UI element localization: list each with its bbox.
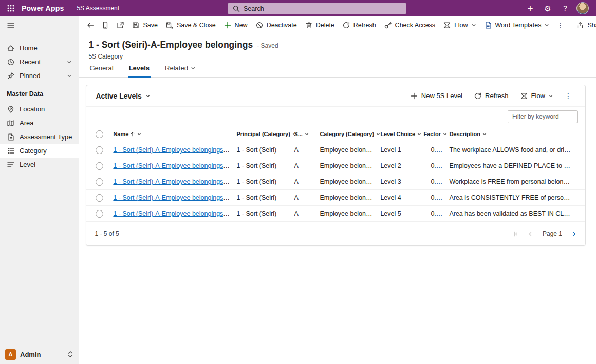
grid-flow-button[interactable]: Flow: [516, 89, 557, 103]
table-body: 1 - Sort (Seiri)-A-Employee belongings -…: [86, 142, 585, 222]
account-label: Admin: [20, 351, 41, 358]
first-page-button[interactable]: [513, 230, 520, 238]
sidebar-item-category[interactable]: Category: [0, 144, 79, 158]
new-5s-level-button[interactable]: New 5S Level: [406, 89, 467, 103]
sidebar-item-recent[interactable]: Recent: [0, 55, 79, 69]
save-and-close-button[interactable]: Save & Close: [162, 18, 219, 32]
first-page-icon: [513, 230, 520, 238]
flow-button[interactable]: Flow: [439, 18, 479, 32]
grid-footer: 1 - 5 of 5 Page 1: [86, 222, 585, 245]
record-link[interactable]: 1 - Sort (Seiri)-A-Employee belongings -…: [113, 194, 236, 201]
levels-grid: Name Principal (Category) S...: [86, 126, 585, 222]
tab-levels[interactable]: Levels: [128, 64, 151, 78]
column-header-category[interactable]: Category (Category): [320, 131, 380, 137]
table-header-row: Name Principal (Category) S...: [86, 126, 585, 142]
page-title: 1 - Sort (Seiri)-A-Employee belongings: [88, 39, 253, 51]
cell-level-choice: Level 5: [380, 210, 423, 217]
save-button[interactable]: Save: [128, 18, 161, 32]
column-label: S...: [294, 131, 303, 137]
table-row[interactable]: 1 - Sort (Seiri)-A-Employee belongings -…: [86, 174, 585, 189]
row-select-cell: [95, 178, 113, 186]
row-checkbox[interactable]: [96, 162, 103, 170]
deactivate-button[interactable]: Deactivate: [252, 18, 301, 32]
record-link[interactable]: 1 - Sort (Seiri)-A-Employee belongings -…: [113, 178, 236, 185]
help-button[interactable]: ?: [557, 0, 573, 16]
column-header-factor[interactable]: Factor: [423, 131, 449, 137]
previous-page-button[interactable]: [528, 230, 535, 238]
record-link[interactable]: 1 - Sort (Seiri)-A-Employee belongings -…: [113, 210, 236, 217]
quick-create-button[interactable]: +: [522, 0, 538, 16]
environment-name[interactable]: 5S Assessment: [77, 5, 119, 12]
column-header-name[interactable]: Name: [113, 131, 236, 137]
row-checkbox[interactable]: [96, 210, 103, 218]
refresh-icon: [474, 92, 482, 100]
app-launcher-button[interactable]: [0, 0, 22, 16]
entity-name: 5S Category: [88, 53, 587, 60]
record-link[interactable]: 1 - Sort (Seiri)-A-Employee belongings -…: [113, 146, 236, 154]
cell-factor: 0.20: [423, 178, 449, 185]
share-button[interactable]: Share: [572, 18, 596, 32]
sidebar-item-home[interactable]: Home: [0, 41, 79, 55]
flow-label: Flow: [454, 22, 468, 29]
column-label: Level Choice: [380, 131, 415, 137]
cell-level-choice: Level 1: [380, 146, 423, 154]
tab-related[interactable]: Related: [164, 64, 197, 78]
tab-label: General: [89, 64, 113, 72]
sitemap-toggle-button[interactable]: [0, 16, 79, 35]
back-arrow-icon: [86, 21, 95, 29]
global-search-button[interactable]: Search: [228, 3, 406, 14]
sidebar-item-area[interactable]: Area: [0, 116, 79, 130]
check-access-button[interactable]: Check Access: [380, 18, 439, 32]
cell-principal: 1 - Sort (Seiri): [236, 162, 294, 169]
sidebar-item-pinned[interactable]: Pinned: [0, 69, 79, 83]
sidebar-item-assessment-type[interactable]: Assessment Type: [0, 130, 79, 144]
cell-principal: 1 - Sort (Seiri): [236, 194, 294, 201]
new-label: New: [235, 22, 248, 29]
table-row[interactable]: 1 - Sort (Seiri)-A-Employee belongings -…: [86, 158, 585, 174]
table-row[interactable]: 1 - Sort (Seiri)-A-Employee belongings -…: [86, 189, 585, 205]
row-checkbox[interactable]: [96, 194, 103, 202]
view-selector[interactable]: Active Levels: [96, 92, 151, 100]
word-templates-button[interactable]: Word Templates: [480, 18, 553, 32]
new-button[interactable]: New: [220, 18, 251, 32]
more-commands-button[interactable]: ⋮: [553, 18, 567, 32]
top-bar: Power Apps 5S Assessment Search + ⚙ ?: [0, 0, 596, 16]
filter-row: [86, 107, 585, 126]
app-shell: Home Recent Pinned Master Data Location …: [0, 16, 596, 364]
sidebar-item-location[interactable]: Location: [0, 102, 79, 116]
table-row[interactable]: 1 - Sort (Seiri)-A-Employee belongings -…: [86, 205, 585, 221]
environment-picker[interactable]: A Admin: [0, 344, 79, 364]
settings-gear-button[interactable]: ⚙: [539, 0, 556, 16]
column-header-description[interactable]: Description: [449, 131, 577, 137]
page-header: 1 - Sort (Seiri)-A-Employee belongings -…: [79, 34, 596, 60]
row-checkbox[interactable]: [96, 178, 103, 186]
sidebar-item-level[interactable]: Level: [0, 158, 79, 171]
select-all-checkbox[interactable]: [96, 130, 103, 138]
column-header-s[interactable]: S...: [294, 131, 320, 137]
row-checkbox[interactable]: [96, 146, 103, 154]
cell-level-choice: Level 3: [380, 178, 423, 185]
record-count: 1 - 5 of 5: [95, 230, 119, 237]
grid-more-button[interactable]: ⋮: [561, 89, 576, 103]
next-page-button[interactable]: [569, 230, 577, 238]
refresh-button[interactable]: Refresh: [339, 18, 380, 32]
column-header-level-choice[interactable]: Level Choice: [380, 131, 423, 137]
row-select-cell: [95, 194, 113, 202]
delete-button[interactable]: Delete: [301, 18, 338, 32]
cell-description: Employees have a DEFINED PLACE to safely…: [449, 162, 577, 169]
open-in-new-window-button[interactable]: [113, 18, 127, 32]
user-avatar[interactable]: [576, 2, 589, 14]
tab-general[interactable]: General: [88, 64, 114, 78]
record-link[interactable]: 1 - Sort (Seiri)-A-Employee belongings -…: [113, 162, 236, 169]
column-header-principal[interactable]: Principal (Category): [236, 131, 294, 137]
cell-category: Employee belongi...: [320, 162, 380, 169]
share-label: Share: [587, 22, 596, 29]
sidebar: Home Recent Pinned Master Data Location …: [0, 16, 79, 364]
cell-level-choice: Level 4: [380, 194, 423, 201]
form-factor-button[interactable]: [98, 18, 113, 32]
filter-by-keyword-input[interactable]: [508, 110, 578, 123]
grid-refresh-button[interactable]: Refresh: [470, 89, 513, 103]
chevron-down-icon: [67, 73, 72, 79]
table-row[interactable]: 1 - Sort (Seiri)-A-Employee belongings -…: [86, 142, 585, 158]
back-button[interactable]: [83, 18, 98, 32]
